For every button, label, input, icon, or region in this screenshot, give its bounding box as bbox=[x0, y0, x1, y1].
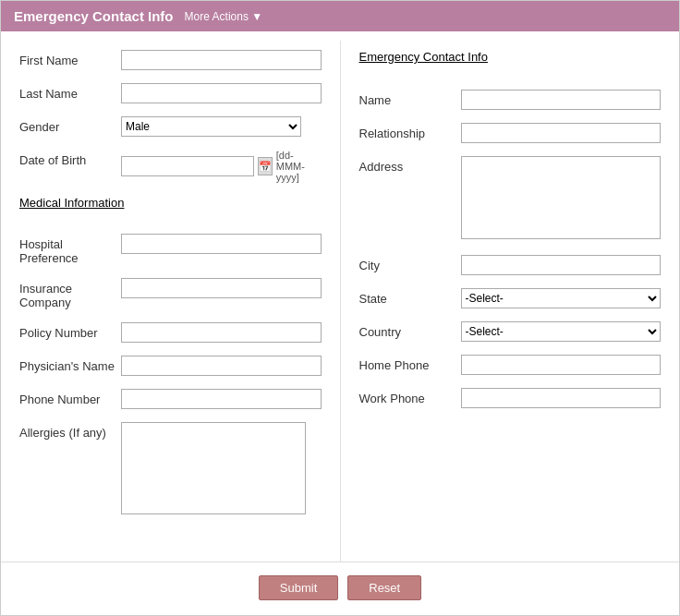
hospital-pref-label: Hospital Preference bbox=[19, 234, 121, 265]
phone-number-label: Phone Number bbox=[19, 389, 121, 406]
state-select[interactable]: -Select- bbox=[461, 288, 662, 308]
last-name-control bbox=[121, 83, 322, 103]
state-row: State -Select- bbox=[359, 288, 662, 308]
phone-number-row: Phone Number bbox=[19, 389, 322, 409]
work-phone-input[interactable] bbox=[461, 388, 662, 408]
policy-label: Policy Number bbox=[19, 322, 121, 340]
relationship-control bbox=[461, 123, 662, 143]
ec-name-label: Name bbox=[359, 90, 461, 107]
ec-section-header: Emergency Contact Info bbox=[359, 50, 662, 77]
hospital-pref-control bbox=[121, 234, 322, 254]
allergies-control bbox=[121, 422, 322, 517]
hospital-pref-input[interactable] bbox=[121, 234, 322, 254]
dob-input[interactable] bbox=[121, 156, 254, 176]
dob-row: Date of Birth 📅 [dd-MMM-yyyy] bbox=[19, 150, 322, 183]
insurance-control bbox=[121, 278, 322, 298]
home-phone-label: Home Phone bbox=[359, 355, 461, 372]
policy-control bbox=[121, 322, 322, 343]
submit-button[interactable]: Submit bbox=[259, 575, 338, 600]
ec-name-control bbox=[461, 90, 662, 110]
policy-input[interactable] bbox=[121, 322, 322, 343]
gender-label: Gender bbox=[19, 116, 121, 134]
medical-section-title: Medical Information bbox=[19, 196, 124, 210]
first-name-row: First Name bbox=[19, 50, 322, 70]
ec-name-row: Name bbox=[359, 90, 662, 110]
last-name-input[interactable] bbox=[121, 83, 322, 103]
city-label: City bbox=[359, 255, 461, 272]
relationship-row: Relationship bbox=[359, 123, 662, 143]
left-panel: First Name Last Name Gender Male Femal bbox=[1, 41, 341, 562]
first-name-input[interactable] bbox=[121, 50, 322, 70]
state-label: State bbox=[359, 288, 461, 306]
city-row: City bbox=[359, 255, 662, 275]
last-name-label: Last Name bbox=[19, 83, 121, 101]
policy-row: Policy Number bbox=[19, 322, 322, 343]
phone-number-control bbox=[121, 389, 322, 409]
address-textarea[interactable] bbox=[461, 156, 662, 239]
country-control: -Select- bbox=[461, 321, 662, 342]
address-row: Address bbox=[359, 156, 662, 242]
country-select[interactable]: -Select- bbox=[461, 321, 662, 342]
date-format-label: [dd-MMM-yyyy] bbox=[276, 150, 322, 183]
calendar-icon[interactable]: 📅 bbox=[258, 157, 273, 175]
physician-row: Physician's Name bbox=[19, 356, 322, 376]
state-control: -Select- bbox=[461, 288, 662, 308]
relationship-label: Relationship bbox=[359, 123, 461, 140]
address-label: Address bbox=[359, 156, 461, 174]
work-phone-control bbox=[461, 388, 662, 408]
home-phone-input[interactable] bbox=[461, 355, 662, 375]
city-control bbox=[461, 255, 662, 275]
insurance-row: Insurance Company bbox=[19, 278, 322, 309]
insurance-input[interactable] bbox=[121, 278, 322, 298]
allergies-textarea[interactable] bbox=[121, 422, 306, 514]
gender-control: Male Female Other bbox=[121, 116, 322, 137]
page-title: Emergency Contact Info bbox=[14, 8, 174, 24]
more-actions-button[interactable]: More Actions ▼ bbox=[185, 10, 263, 23]
country-label: Country bbox=[359, 321, 461, 339]
physician-label: Physician's Name bbox=[19, 356, 121, 373]
right-panel: Emergency Contact Info Name Relationship… bbox=[341, 41, 680, 562]
physician-input[interactable] bbox=[121, 356, 322, 376]
hospital-pref-row: Hospital Preference bbox=[19, 234, 322, 265]
work-phone-label: Work Phone bbox=[359, 388, 461, 405]
first-name-control bbox=[121, 50, 322, 70]
medical-divider: Medical Information bbox=[19, 196, 322, 221]
city-input[interactable] bbox=[461, 255, 662, 275]
work-phone-row: Work Phone bbox=[359, 388, 662, 408]
allergies-label: Allergies (If any) bbox=[19, 422, 121, 440]
insurance-label: Insurance Company bbox=[19, 278, 121, 309]
home-phone-control bbox=[461, 355, 662, 375]
address-control bbox=[461, 156, 662, 242]
ec-section-title: Emergency Contact Info bbox=[359, 50, 488, 64]
last-name-row: Last Name bbox=[19, 83, 322, 103]
form-footer: Submit Reset bbox=[1, 562, 679, 615]
page-header: Emergency Contact Info More Actions ▼ bbox=[1, 1, 679, 31]
country-row: Country -Select- bbox=[359, 321, 662, 342]
allergies-row: Allergies (If any) bbox=[19, 422, 322, 517]
gender-row: Gender Male Female Other bbox=[19, 116, 322, 137]
dob-label: Date of Birth bbox=[19, 150, 121, 167]
home-phone-row: Home Phone bbox=[359, 355, 662, 375]
physician-control bbox=[121, 356, 322, 376]
reset-button[interactable]: Reset bbox=[347, 575, 421, 600]
ec-name-input[interactable] bbox=[461, 90, 662, 110]
phone-number-input[interactable] bbox=[121, 389, 322, 409]
first-name-label: First Name bbox=[19, 50, 121, 67]
dob-control: 📅 [dd-MMM-yyyy] bbox=[121, 150, 322, 183]
gender-select[interactable]: Male Female Other bbox=[121, 116, 301, 137]
relationship-input[interactable] bbox=[461, 123, 662, 143]
